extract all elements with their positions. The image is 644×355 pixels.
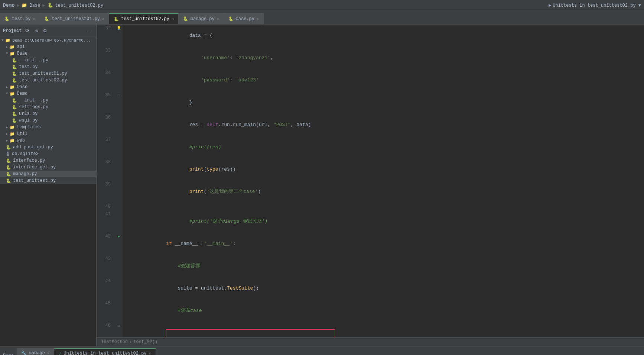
run-tab-manage[interactable]: 🔧 manage ✕ <box>17 348 54 355</box>
tab-case-close[interactable]: ✕ <box>257 17 259 21</box>
sidebar-item-init[interactable]: 🐍 __init__.py <box>0 57 96 64</box>
sidebar-label-wsgi: wsgi.py <box>19 118 38 123</box>
sidebar-label-urls: urls.py <box>19 111 38 116</box>
line-number: 45 <box>97 300 115 322</box>
sidebar-item-case[interactable]: 📁 Case <box>0 84 96 90</box>
code-plain: data = { <box>166 33 212 38</box>
run-label: Run: <box>0 353 17 355</box>
tab-test[interactable]: 🐍 test.py ✕ <box>0 13 40 24</box>
sidebar-item-add-post-get[interactable]: 🐍 add-post-get.py <box>0 144 96 151</box>
tab-manage[interactable]: 🐍 manage.py ✕ <box>179 13 224 24</box>
sidebar-item-api[interactable]: 📁 api <box>0 43 96 50</box>
py-icon-test: 🐍 <box>12 65 17 70</box>
run-tab-unittests[interactable]: ✓ Unittests in test_unittest02.py ✕ <box>54 348 156 355</box>
line-number: 40 <box>97 203 115 210</box>
folder-icon-util: 📁 <box>10 132 15 136</box>
sidebar-item-db-sqlite3[interactable]: 🗄 db.sqlite3 <box>0 151 96 157</box>
line-gutter: ◻ <box>115 322 123 337</box>
code-content[interactable]: 32 💡 data = { 33 <box>97 25 644 337</box>
project-name: Base <box>29 3 40 8</box>
editor-area: 32 💡 data = { 33 <box>97 25 644 346</box>
tab-manage-close[interactable]: ✕ <box>217 17 219 21</box>
sidebar-item-manage[interactable]: 🐍 manage.py <box>0 171 96 177</box>
tabs-bar: 🐍 test.py ✕ 🐍 test_unittest01.py ✕ 🐍 tes… <box>0 11 644 25</box>
line-number: 35 <box>97 91 115 114</box>
line-gutter <box>115 136 123 158</box>
line-code: #print('这个dierge 测试方法') <box>123 210 644 233</box>
sidebar-item-tu01[interactable]: 🐍 test_unittest01.py <box>0 70 96 77</box>
breadcrumb-sep1: ▶ <box>17 3 19 8</box>
py-icon-demo-init: 🐍 <box>12 98 17 103</box>
line-code: } <box>123 91 644 114</box>
run-tab-unittests-icon: ✓ <box>59 351 61 355</box>
line-code: suite = unittest.TestSuite() <box>123 277 644 300</box>
sidebar-item-test[interactable]: 🐍 test.py <box>0 64 96 70</box>
sidebar-item-web[interactable]: 📁 web <box>0 137 96 144</box>
collapse-icon[interactable]: ⇅ <box>33 27 39 35</box>
tab-test-unittest01-close[interactable]: ✕ <box>102 17 104 21</box>
tab-test-close[interactable]: ✕ <box>33 17 35 21</box>
line-code-highlighted: suite.addTests(TestMethod('test_02')) <box>123 322 644 337</box>
sidebar-item-tu02[interactable]: 🐍 test_unittest02.py <box>0 77 96 84</box>
chevron-down-icon-base <box>6 52 8 55</box>
tab-test-unittest02[interactable]: 🐍 test_unittest02.py ✕ <box>109 13 179 24</box>
run-tab-unittests-close[interactable]: ✕ <box>149 351 151 355</box>
sidebar-item-test-unittest[interactable]: 🐍 test_unittest.py <box>0 177 96 184</box>
tab-py-icon5: 🐍 <box>228 16 234 21</box>
settings-icon[interactable]: ⚙ <box>42 27 48 35</box>
line-gutter: ▶ <box>115 233 123 255</box>
sidebar-item-demo-init[interactable]: 🐍 __init__.py <box>0 97 96 104</box>
sidebar-label-demo: Demo <box>17 91 27 96</box>
py-icon-tu01: 🐍 <box>12 71 17 76</box>
sidebar-item-urls[interactable]: 🐍 urls.py <box>0 110 96 117</box>
table-row: 41 #print('这个dierge 测试方法') <box>97 210 644 233</box>
run-config[interactable]: ▶ Unittests in test_unittest02.py ▼ <box>549 3 641 8</box>
run-tab-manage-icon: 🔧 <box>21 351 27 355</box>
project-toolbar-label: Project <box>3 28 22 33</box>
chevron-right-icon-templates <box>6 125 8 129</box>
line-number: 41 <box>97 210 115 233</box>
folder-icon-title: 📁 <box>22 3 27 8</box>
sidebar-item-settings[interactable]: 🐍 settings.py <box>0 104 96 110</box>
breadcrumb-sep2: ▶ <box>42 3 45 8</box>
sidebar-item-demo[interactable]: 📁 Demo <box>0 90 96 97</box>
sidebar-item-wsgi[interactable]: 🐍 wsgi.py <box>0 117 96 124</box>
line-code: #print(res) <box>123 136 644 158</box>
folder-icon-demo2: 📁 <box>10 91 15 96</box>
run-tabs: Run: 🔧 manage ✕ ✓ Unittests in test_unit… <box>0 347 644 355</box>
sidebar-label-tu02: test_unittest02.py <box>19 78 67 83</box>
run-tab-manage-close[interactable]: ✕ <box>47 351 49 355</box>
tab-case[interactable]: 🐍 case.py ✕ <box>224 13 264 24</box>
line-number: 38 <box>97 158 115 181</box>
file-icon-title: 🐍 <box>48 3 53 8</box>
sidebar-item-util[interactable]: 📁 Util <box>0 130 96 137</box>
line-gutter <box>115 255 123 277</box>
sidebar-item-interface[interactable]: 🐍 interface.py <box>0 157 96 164</box>
minimize-icon[interactable]: — <box>87 27 93 35</box>
play-icon-line42[interactable]: ▶ <box>118 235 120 239</box>
line-number: 37 <box>97 136 115 158</box>
line-code: res = self.run.run_main(url, "POST", dat… <box>123 114 644 136</box>
sync-icon[interactable]: ⟳ <box>24 27 31 35</box>
table-row: 34 'password': 'adv123' <box>97 69 644 91</box>
sidebar-label-add-post-get: add-post-get.py <box>13 145 53 150</box>
tab-test-unittest02-close[interactable]: ✕ <box>172 17 174 21</box>
sidebar-label-db-sqlite3: db.sqlite3 <box>12 151 39 156</box>
chevron-right-icon-util <box>6 132 8 136</box>
py-icon-manage: 🐍 <box>6 172 11 177</box>
table-row: 45 #添加case <box>97 300 644 322</box>
line-code: data = { <box>123 25 644 47</box>
sidebar-item-demo-root[interactable]: 📁 Demo C:\Users\nw_05\.PyCharmC... <box>0 37 96 43</box>
line-code: #创建容器 <box>123 255 644 277</box>
sidebar-toolbar: Project ⟳ ⇅ ⚙ — <box>0 25 96 37</box>
sidebar-item-interface-get[interactable]: 🐍 interface_get.py <box>0 164 96 171</box>
tab-test-unittest01[interactable]: 🐍 test_unittest01.py ✕ <box>40 13 109 24</box>
chevron-right-icon-case <box>6 85 8 89</box>
sidebar-item-base[interactable]: 📁 Base <box>0 50 96 57</box>
code-plain <box>166 55 201 61</box>
chevron-right-icon-api <box>6 45 8 49</box>
sidebar-item-templates[interactable]: 📁 templates <box>0 124 96 130</box>
py-icon-tu02: 🐍 <box>12 78 17 83</box>
fold-icon: ◻ <box>118 93 120 97</box>
tab-py-icon2: 🐍 <box>44 16 49 21</box>
